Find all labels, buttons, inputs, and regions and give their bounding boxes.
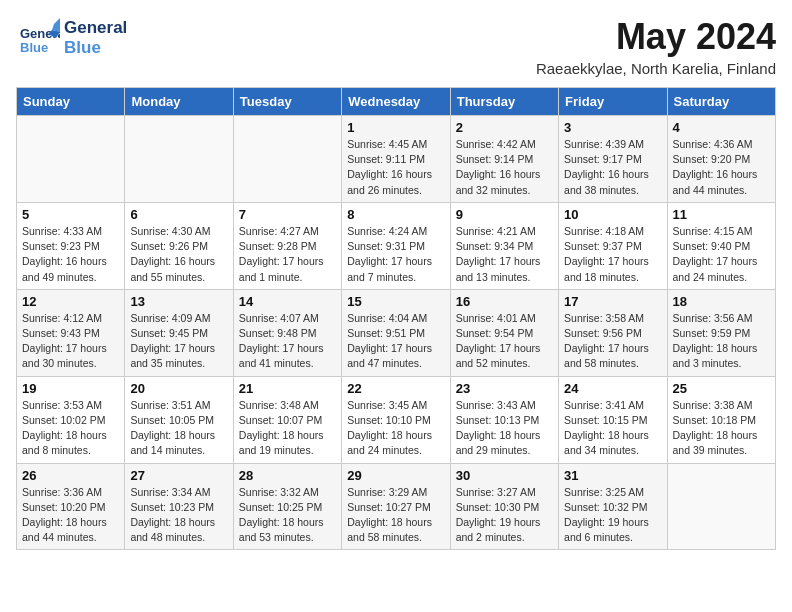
day-info: Sunrise: 4:04 AMSunset: 9:51 PMDaylight:… — [347, 311, 444, 372]
day-info: Sunrise: 3:43 AMSunset: 10:13 PMDaylight… — [456, 398, 553, 459]
day-number: 17 — [564, 294, 661, 309]
day-number: 7 — [239, 207, 336, 222]
calendar-table: SundayMondayTuesdayWednesdayThursdayFrid… — [16, 87, 776, 550]
calendar-cell — [17, 116, 125, 203]
day-number: 27 — [130, 468, 227, 483]
days-of-week-row: SundayMondayTuesdayWednesdayThursdayFrid… — [17, 88, 776, 116]
calendar-week-2: 5Sunrise: 4:33 AMSunset: 9:23 PMDaylight… — [17, 202, 776, 289]
calendar-cell: 9Sunrise: 4:21 AMSunset: 9:34 PMDaylight… — [450, 202, 558, 289]
svg-text:Blue: Blue — [20, 40, 48, 55]
day-number: 23 — [456, 381, 553, 396]
calendar-cell: 8Sunrise: 4:24 AMSunset: 9:31 PMDaylight… — [342, 202, 450, 289]
day-number: 12 — [22, 294, 119, 309]
calendar-cell: 25Sunrise: 3:38 AMSunset: 10:18 PMDaylig… — [667, 376, 775, 463]
calendar-cell: 1Sunrise: 4:45 AMSunset: 9:11 PMDaylight… — [342, 116, 450, 203]
day-info: Sunrise: 4:07 AMSunset: 9:48 PMDaylight:… — [239, 311, 336, 372]
calendar-cell: 3Sunrise: 4:39 AMSunset: 9:17 PMDaylight… — [559, 116, 667, 203]
day-number: 22 — [347, 381, 444, 396]
day-number: 25 — [673, 381, 770, 396]
calendar-cell: 4Sunrise: 4:36 AMSunset: 9:20 PMDaylight… — [667, 116, 775, 203]
logo-line1: General — [64, 18, 127, 38]
dow-header-saturday: Saturday — [667, 88, 775, 116]
calendar-cell: 24Sunrise: 3:41 AMSunset: 10:15 PMDaylig… — [559, 376, 667, 463]
day-info: Sunrise: 4:12 AMSunset: 9:43 PMDaylight:… — [22, 311, 119, 372]
day-info: Sunrise: 3:34 AMSunset: 10:23 PMDaylight… — [130, 485, 227, 546]
calendar-cell — [125, 116, 233, 203]
calendar-week-4: 19Sunrise: 3:53 AMSunset: 10:02 PMDaylig… — [17, 376, 776, 463]
day-number: 30 — [456, 468, 553, 483]
calendar-cell: 30Sunrise: 3:27 AMSunset: 10:30 PMDaylig… — [450, 463, 558, 550]
day-info: Sunrise: 3:41 AMSunset: 10:15 PMDaylight… — [564, 398, 661, 459]
day-number: 18 — [673, 294, 770, 309]
calendar-week-3: 12Sunrise: 4:12 AMSunset: 9:43 PMDayligh… — [17, 289, 776, 376]
day-number: 29 — [347, 468, 444, 483]
day-number: 15 — [347, 294, 444, 309]
calendar-cell: 27Sunrise: 3:34 AMSunset: 10:23 PMDaylig… — [125, 463, 233, 550]
calendar-cell: 6Sunrise: 4:30 AMSunset: 9:26 PMDaylight… — [125, 202, 233, 289]
calendar-cell: 28Sunrise: 3:32 AMSunset: 10:25 PMDaylig… — [233, 463, 341, 550]
day-info: Sunrise: 3:51 AMSunset: 10:05 PMDaylight… — [130, 398, 227, 459]
dow-header-thursday: Thursday — [450, 88, 558, 116]
dow-header-friday: Friday — [559, 88, 667, 116]
day-number: 11 — [673, 207, 770, 222]
day-number: 20 — [130, 381, 227, 396]
day-info: Sunrise: 3:36 AMSunset: 10:20 PMDaylight… — [22, 485, 119, 546]
day-info: Sunrise: 3:53 AMSunset: 10:02 PMDaylight… — [22, 398, 119, 459]
day-number: 10 — [564, 207, 661, 222]
day-info: Sunrise: 4:36 AMSunset: 9:20 PMDaylight:… — [673, 137, 770, 198]
calendar-body: 1Sunrise: 4:45 AMSunset: 9:11 PMDaylight… — [17, 116, 776, 550]
calendar-cell: 17Sunrise: 3:58 AMSunset: 9:56 PMDayligh… — [559, 289, 667, 376]
day-info: Sunrise: 3:32 AMSunset: 10:25 PMDaylight… — [239, 485, 336, 546]
day-info: Sunrise: 4:01 AMSunset: 9:54 PMDaylight:… — [456, 311, 553, 372]
day-info: Sunrise: 3:25 AMSunset: 10:32 PMDaylight… — [564, 485, 661, 546]
dow-header-sunday: Sunday — [17, 88, 125, 116]
page-header: General Blue General Blue May 2024 Raeae… — [16, 16, 776, 77]
calendar-cell: 7Sunrise: 4:27 AMSunset: 9:28 PMDaylight… — [233, 202, 341, 289]
day-number: 1 — [347, 120, 444, 135]
day-info: Sunrise: 4:24 AMSunset: 9:31 PMDaylight:… — [347, 224, 444, 285]
calendar-cell: 15Sunrise: 4:04 AMSunset: 9:51 PMDayligh… — [342, 289, 450, 376]
calendar-cell: 14Sunrise: 4:07 AMSunset: 9:48 PMDayligh… — [233, 289, 341, 376]
calendar-cell: 29Sunrise: 3:29 AMSunset: 10:27 PMDaylig… — [342, 463, 450, 550]
day-number: 31 — [564, 468, 661, 483]
day-number: 24 — [564, 381, 661, 396]
calendar-cell — [667, 463, 775, 550]
svg-marker-3 — [52, 18, 60, 32]
day-info: Sunrise: 4:15 AMSunset: 9:40 PMDaylight:… — [673, 224, 770, 285]
day-info: Sunrise: 4:27 AMSunset: 9:28 PMDaylight:… — [239, 224, 336, 285]
day-number: 3 — [564, 120, 661, 135]
calendar-cell: 21Sunrise: 3:48 AMSunset: 10:07 PMDaylig… — [233, 376, 341, 463]
calendar-cell: 13Sunrise: 4:09 AMSunset: 9:45 PMDayligh… — [125, 289, 233, 376]
day-info: Sunrise: 4:09 AMSunset: 9:45 PMDaylight:… — [130, 311, 227, 372]
day-info: Sunrise: 4:30 AMSunset: 9:26 PMDaylight:… — [130, 224, 227, 285]
logo: General Blue General Blue — [16, 16, 127, 60]
day-number: 8 — [347, 207, 444, 222]
calendar-week-1: 1Sunrise: 4:45 AMSunset: 9:11 PMDaylight… — [17, 116, 776, 203]
day-number: 26 — [22, 468, 119, 483]
month-title: May 2024 — [536, 16, 776, 58]
day-number: 21 — [239, 381, 336, 396]
title-block: May 2024 Raeaekkylae, North Karelia, Fin… — [536, 16, 776, 77]
calendar-cell: 5Sunrise: 4:33 AMSunset: 9:23 PMDaylight… — [17, 202, 125, 289]
day-info: Sunrise: 3:29 AMSunset: 10:27 PMDaylight… — [347, 485, 444, 546]
calendar-cell: 19Sunrise: 3:53 AMSunset: 10:02 PMDaylig… — [17, 376, 125, 463]
calendar-cell: 10Sunrise: 4:18 AMSunset: 9:37 PMDayligh… — [559, 202, 667, 289]
day-info: Sunrise: 4:33 AMSunset: 9:23 PMDaylight:… — [22, 224, 119, 285]
day-info: Sunrise: 4:39 AMSunset: 9:17 PMDaylight:… — [564, 137, 661, 198]
calendar-cell: 2Sunrise: 4:42 AMSunset: 9:14 PMDaylight… — [450, 116, 558, 203]
day-info: Sunrise: 3:48 AMSunset: 10:07 PMDaylight… — [239, 398, 336, 459]
calendar-cell: 11Sunrise: 4:15 AMSunset: 9:40 PMDayligh… — [667, 202, 775, 289]
day-number: 2 — [456, 120, 553, 135]
day-info: Sunrise: 4:45 AMSunset: 9:11 PMDaylight:… — [347, 137, 444, 198]
day-number: 16 — [456, 294, 553, 309]
dow-header-wednesday: Wednesday — [342, 88, 450, 116]
day-info: Sunrise: 3:56 AMSunset: 9:59 PMDaylight:… — [673, 311, 770, 372]
day-number: 13 — [130, 294, 227, 309]
calendar-cell — [233, 116, 341, 203]
logo-text-block: General Blue — [64, 18, 127, 59]
day-number: 19 — [22, 381, 119, 396]
day-info: Sunrise: 3:45 AMSunset: 10:10 PMDaylight… — [347, 398, 444, 459]
day-info: Sunrise: 4:18 AMSunset: 9:37 PMDaylight:… — [564, 224, 661, 285]
day-number: 9 — [456, 207, 553, 222]
dow-header-monday: Monday — [125, 88, 233, 116]
